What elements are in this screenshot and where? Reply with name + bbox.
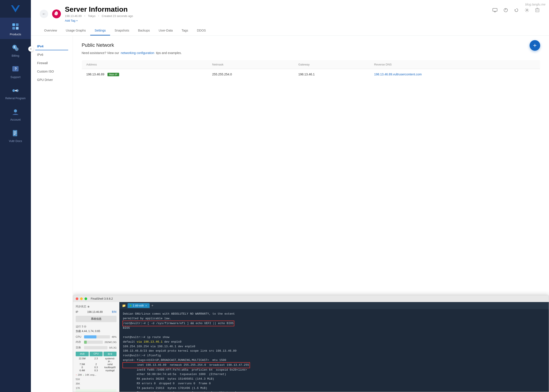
nav-item-custom-iso[interactable]: Custom ISO (35, 67, 68, 75)
account-icon (11, 107, 20, 117)
sidebar-item-support-label: Support (10, 75, 21, 79)
fs-net-up-val: 29K (78, 373, 82, 376)
fs-proc-cpu-0: 2.3 (90, 357, 103, 363)
terminal-highlight-cmd: root@vultr:~# [ -d /sys/firmware/efi ] &… (123, 321, 234, 326)
network-table: Address Netmask Gateway Reverse DNS 198.… (82, 60, 540, 80)
window-minimize-dot[interactable] (80, 297, 83, 300)
fs-process-row-1: 7.5M 2 sshd (76, 363, 116, 365)
tab-ddos[interactable]: DDOS (193, 26, 210, 35)
fs-net-down-val: 14K (85, 373, 90, 376)
svg-rect-1 (12, 23, 15, 26)
nav-item-firewall[interactable]: Firewall (35, 59, 68, 67)
referral-icon-svg (12, 87, 19, 95)
svg-rect-2 (16, 23, 19, 26)
sidebar-item-referral-label: Referral Program (5, 97, 26, 100)
fs-tab-active[interactable]: 1 dd-vultr ✕ (128, 303, 150, 308)
window-maximize-dot[interactable] (85, 297, 87, 300)
sidebar-item-docs[interactable]: Vultr Docs (0, 124, 31, 146)
networking-config-link[interactable]: networking configuration (121, 51, 154, 55)
fs-net-iface: enp... (90, 373, 96, 376)
tab-tags[interactable]: Tags (177, 26, 193, 35)
finalshell-title: FinalShell 3.9.8.2 (91, 297, 113, 300)
tab-snapshots[interactable]: Snapshots (110, 26, 134, 35)
fs-sysinfo-button[interactable]: 系统信息 (76, 316, 116, 322)
billing-icon-svg: $ (12, 44, 19, 52)
svg-rect-4 (16, 27, 19, 29)
fs-process-row-0: 22.5M 2.3 systemd-jo... (76, 357, 116, 363)
svg-text:$: $ (14, 45, 15, 49)
sparkline-chart (76, 389, 116, 392)
fs-process-row-2: 0 0.3 ksoftirqd/0 (76, 366, 116, 369)
os-icon (52, 9, 61, 19)
delete-button[interactable] (535, 7, 540, 14)
fs-ip-value: 198.13.46.89 (87, 310, 103, 314)
col-reverse-dns: Reverse DNS (370, 60, 540, 69)
fs-load: 负载 4.44, 1.74, 0.65 (76, 329, 116, 333)
fs-ip-row: IP 198.13.46.89 复制 (76, 310, 116, 314)
meta-separator-1: • (84, 14, 86, 18)
monitor-button[interactable] (492, 7, 498, 14)
main-ip-badge: Main IP (107, 73, 119, 76)
sidebar-item-referral[interactable]: Referral Program (0, 82, 31, 103)
fs-tab-add-button[interactable]: + (150, 304, 154, 308)
tab-settings[interactable]: Settings (90, 26, 110, 35)
fs-net-kb-row2: 35K (76, 382, 116, 385)
docs-icon (11, 128, 20, 138)
nav-item-ipv4[interactable]: IPv4 (35, 42, 68, 50)
fs-tab-close-button[interactable]: ✕ (145, 304, 147, 307)
sidebar-item-account[interactable]: Account (0, 103, 31, 124)
back-button[interactable]: ← (40, 10, 48, 18)
tab-overview[interactable]: Overview (40, 26, 61, 35)
sidebar-item-account-label: Account (10, 118, 21, 121)
trash-icon (535, 8, 539, 12)
tab-usage-graphs[interactable]: Usage Graphs (61, 26, 90, 35)
svg-rect-3 (12, 27, 15, 29)
sidebar-item-billing[interactable]: $ Billing (0, 39, 31, 60)
ip-address: 198.13.46.89 (86, 73, 104, 76)
fs-mem-val: 282M/1.9G (105, 341, 116, 343)
fs-proc-cpu-1: 2 (90, 363, 103, 365)
power-button[interactable] (503, 7, 509, 14)
terminal-line-11: inet 198.13.46.89 netmask 255.255.254.0 … (123, 363, 545, 368)
fs-net-up-icon: ↑ (76, 373, 77, 376)
terminal-line-5: root@vultr:~# ip route show (123, 335, 545, 340)
fs-th-mem: 内存 (76, 352, 89, 356)
nav-item-ipv6[interactable]: IPv6 (35, 51, 68, 59)
support-icon-svg: ? (12, 65, 19, 73)
fs-swap-bar-bg (84, 346, 107, 349)
fs-copy-button[interactable]: 复制 (112, 310, 116, 314)
svg-rect-27 (535, 9, 539, 12)
page-header: ← Server Information 198.13.46.89 • Toky… (31, 0, 549, 36)
tab-user-data[interactable]: User-Data (154, 26, 177, 35)
sidebar-item-docs-label: Vultr Docs (9, 139, 22, 143)
terminal-line-16: TX packets 21013 bytes 1701496 (1.6 MiB) (123, 386, 545, 391)
sidebar-item-products[interactable]: Products (0, 18, 31, 39)
nav-item-gpu-driver[interactable]: GPU Driver (35, 76, 68, 84)
header-actions (492, 5, 540, 14)
settings-main-panel: + Public Network Need assistance? View o… (73, 36, 549, 392)
fs-net-kb1: 51K (76, 378, 80, 381)
add-tag-link[interactable]: Add Tag + (65, 19, 78, 22)
content-area: IPv4 IPv6 Firewall Custom ISO GPU Driver… (31, 36, 549, 392)
svg-marker-0 (11, 5, 20, 12)
netmask-cell: 255.255.254.0 (208, 69, 294, 80)
add-button[interactable]: + (530, 40, 540, 51)
server-settings-button[interactable] (524, 7, 530, 14)
terminal-line-1: permitted by applicable law. (123, 316, 545, 321)
sidebar-item-support[interactable]: ? Support (0, 60, 31, 82)
window-close-dot[interactable] (76, 297, 78, 300)
restart-button[interactable] (513, 7, 520, 14)
fs-terminal-panel: 📁 1 dd-vultr ✕ + Debian GNU/Linux comes … (119, 302, 549, 392)
gear-icon (525, 8, 529, 12)
sidebar-item-billing-label: Billing (12, 54, 19, 57)
terminal-line-6: default via 198.13.46.1 dev enp1s0 (123, 340, 545, 344)
gateway-cell: 198.13.46.1 (294, 69, 370, 80)
help-text-suffix: tips and examples. (156, 51, 182, 55)
fs-terminal-output[interactable]: Debian GNU/Linux comes with ABSOLUTELY N… (119, 309, 549, 392)
tab-backups[interactable]: Backups (134, 26, 154, 35)
sidebar-collapse-button[interactable] (28, 46, 34, 52)
terminal-line-14: RX packets 30283 bytes 151405851 (144.3 … (123, 377, 545, 381)
server-location: Tokyo (88, 14, 95, 18)
reverse-dns-link[interactable]: 198.13.46.89.vultrusercontent.com (374, 73, 422, 76)
terminal-line-8: 198.13.46.0/23 dev enp1s0 proto kernel s… (123, 349, 545, 353)
